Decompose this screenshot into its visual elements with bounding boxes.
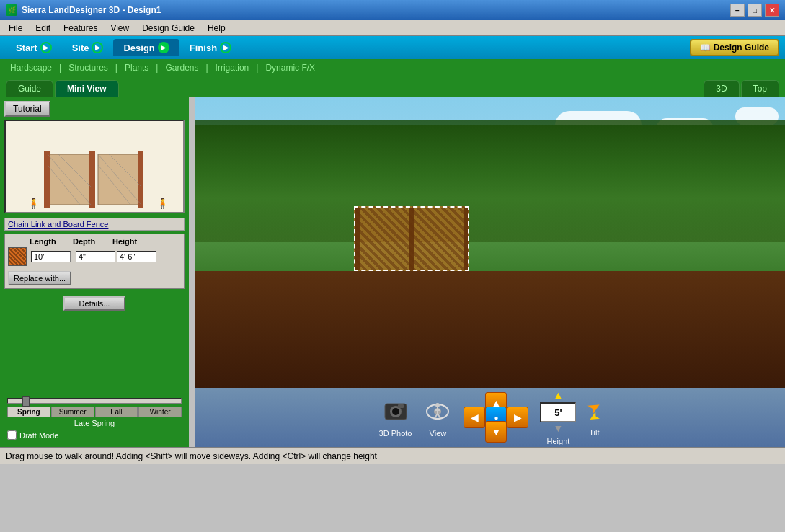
length-input[interactable]: [31, 251, 71, 262]
svg-rect-4: [138, 151, 143, 208]
nav-tab-site[interactable]: Site ▶: [62, 39, 114, 56]
fence-post-right: [464, 208, 468, 270]
menu-features[interactable]: Features: [58, 22, 103, 35]
replace-button[interactable]: Replace with...: [8, 271, 71, 285]
slider-thumb[interactable]: [22, 396, 30, 407]
season-tab-winter[interactable]: Winter: [138, 407, 182, 417]
panel-divider[interactable]: [189, 97, 195, 447]
close-button[interactable]: ✕: [765, 4, 779, 17]
subnav-gardens[interactable]: Gardens: [161, 63, 203, 73]
fence-post-center: [409, 208, 414, 270]
fence-swatch: [8, 247, 27, 266]
window-title: Sierra LandDesigner 3D - Design1: [22, 5, 161, 15]
season-slider[interactable]: [7, 398, 182, 404]
tilt-icon: ➤ ➤: [587, 398, 600, 425]
menu-design-guide[interactable]: Design Guide: [136, 22, 200, 35]
design-guide-book-icon: 📖: [700, 43, 711, 53]
season-tab-spring[interactable]: Spring: [7, 407, 50, 417]
maximize-button[interactable]: □: [748, 4, 762, 17]
season-tabs: Spring Summer Fall Winter: [7, 407, 182, 417]
height-value-input[interactable]: [540, 402, 576, 422]
fence-preview: 🧍 🧍: [4, 120, 185, 213]
details-button[interactable]: Details...: [63, 296, 126, 311]
view-area: 3D Photo View: [195, 97, 785, 447]
subnav-hardscape[interactable]: Hardscape: [6, 63, 56, 73]
bottom-toolbar: 3D Photo View: [195, 388, 785, 447]
start-arrow-icon: ▶: [40, 42, 52, 53]
fence-label[interactable]: Chain Link and Board Fence: [4, 218, 185, 231]
view-tab-miniview[interactable]: Mini View: [55, 80, 118, 97]
3d-photo-tool[interactable]: 3D Photo: [379, 397, 412, 438]
nav-arrows: ◀ ▲ ● ▶ ▼: [464, 392, 528, 443]
height-down-icon: ▼: [554, 422, 564, 434]
subnav-structures[interactable]: Structures: [64, 63, 112, 73]
dirt-strip: [195, 271, 785, 388]
nav-tab-design[interactable]: Design ▶: [113, 39, 179, 56]
status-message: Drag mouse to walk around! Adding <Shift…: [6, 451, 377, 461]
menu-edit[interactable]: Edit: [30, 22, 56, 35]
prop-header-height: Height: [112, 237, 156, 246]
subnav-dynamic-fx[interactable]: Dynamic F/X: [261, 63, 319, 73]
minimize-button[interactable]: −: [730, 4, 745, 17]
season-tab-fall[interactable]: Fall: [95, 407, 138, 417]
3d-photo-label: 3D Photo: [379, 429, 412, 438]
height-control: ▲ ▼: [540, 389, 576, 434]
fence-inner: [354, 206, 469, 271]
height-up-icon: ▲: [553, 389, 564, 402]
nav-tab-design-label: Design: [123, 43, 154, 53]
nav-arrows-tool: ◀ ▲ ● ▶ ▼: [464, 392, 528, 443]
figure-right-icon: 🧍: [156, 198, 169, 209]
depth-input[interactable]: [76, 251, 115, 262]
view-tab-3d[interactable]: 3D: [704, 80, 739, 97]
tutorial-button[interactable]: Tutorial: [4, 101, 50, 117]
design-guide-btn-label: Design Guide: [714, 43, 769, 53]
prop-header-length: Length: [30, 237, 73, 246]
finish-arrow-icon: ▶: [220, 42, 231, 53]
menu-help[interactable]: Help: [202, 22, 231, 35]
view-tab-guide[interactable]: Guide: [6, 80, 53, 97]
viewtabs: Guide Mini View 3D Top: [0, 76, 785, 97]
titlebar: 🌿 Sierra LandDesigner 3D - Design1 − □ ✕: [0, 0, 785, 20]
menu-file[interactable]: File: [3, 22, 28, 35]
nav-left-button[interactable]: ◀: [464, 407, 485, 428]
figure-left-icon: 🧍: [27, 198, 40, 209]
navtabs: Start ▶ Site ▶ Design ▶ Finish ▶ 📖 Desig…: [0, 36, 785, 59]
nav-tab-finish-label: Finish: [190, 43, 217, 53]
menu-view[interactable]: View: [105, 22, 135, 35]
height-input[interactable]: [117, 251, 156, 262]
nav-tab-start[interactable]: Start ▶: [6, 39, 62, 56]
view-label: View: [430, 429, 447, 438]
titlebar-left: 🌿 Sierra LandDesigner 3D - Design1: [6, 4, 161, 16]
canvas-3d[interactable]: [195, 97, 785, 388]
svg-point-13: [392, 408, 399, 415]
view-tool[interactable]: View: [423, 397, 452, 438]
view-tab-top[interactable]: Top: [741, 80, 779, 97]
nav-tab-finish[interactable]: Finish ▶: [179, 39, 241, 56]
draft-mode-label: Draft Mode: [19, 431, 58, 440]
svg-rect-2: [44, 151, 50, 208]
nav-tab-site-label: Site: [72, 43, 89, 53]
view-icon: [423, 397, 452, 426]
titlebar-controls: − □ ✕: [730, 4, 779, 17]
fence-preview-svg: [40, 140, 148, 212]
props-header: Length Depth Height: [8, 237, 181, 246]
season-tab-summer[interactable]: Summer: [51, 407, 94, 417]
fence-object[interactable]: [354, 206, 469, 271]
draft-mode-checkbox[interactable]: [7, 430, 17, 440]
height-label: Height: [547, 437, 570, 445]
site-arrow-icon: ▶: [92, 42, 103, 53]
nav-right-button[interactable]: ▶: [507, 407, 528, 428]
main-layout: Tutorial 🧍 🧍: [0, 97, 785, 447]
svg-rect-14: [398, 404, 404, 408]
tree-canopy: [195, 120, 785, 251]
subnav-irrigation[interactable]: Irrigation: [211, 63, 254, 73]
menubar: File Edit Features View Design Guide Hel…: [0, 20, 785, 36]
draft-mode: Draft Mode: [7, 430, 182, 440]
statusbar: Drag mouse to walk around! Adding <Shift…: [0, 447, 785, 464]
design-guide-button[interactable]: 📖 Design Guide: [690, 39, 779, 56]
nav-down-button[interactable]: ▼: [485, 421, 507, 443]
design-arrow-icon: ▶: [158, 42, 169, 53]
subnav-plants[interactable]: Plants: [120, 63, 153, 73]
tilt-tool[interactable]: ➤ ➤ Tilt: [587, 398, 600, 437]
props-row: [8, 247, 181, 266]
